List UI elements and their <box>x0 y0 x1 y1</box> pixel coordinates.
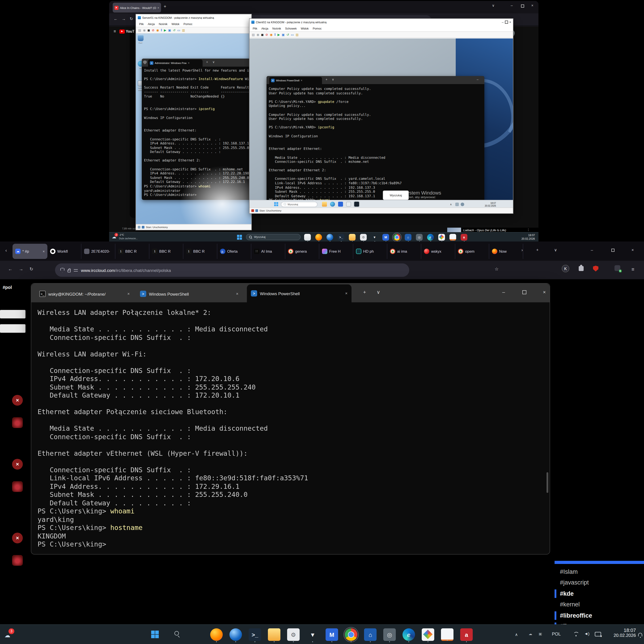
start-button[interactable] <box>237 235 242 240</box>
clipboard-icon[interactable]: ▤ <box>252 33 255 36</box>
menu-item-schowek[interactable]: Schowek <box>285 27 297 30</box>
extension-icon[interactable]: 6 <box>614 265 620 271</box>
terminal-tab-0[interactable]: >_wsky@KINGDOM: ~/Pobrane/× <box>35 285 134 302</box>
display-icon[interactable]: ▭ <box>291 33 294 36</box>
minimize-button[interactable]: – <box>502 289 505 295</box>
start-button[interactable] <box>151 631 159 638</box>
taskbar-app-icon[interactable] <box>346 202 351 207</box>
stop-icon[interactable]: ◼ <box>147 29 150 32</box>
taskbar-white-app-icon[interactable] <box>304 234 311 241</box>
taskbar-powershell-icon[interactable]: >_ <box>249 628 261 641</box>
taskbar-screen-search-icon[interactable]: ◎ <box>383 628 396 641</box>
client02-terminal-tab[interactable]: > Windows PowerShell × <box>269 77 322 84</box>
minimize-button[interactable]: – <box>591 248 593 252</box>
taskbar-screen-search-icon[interactable]: ◎ <box>416 234 423 241</box>
tray-chevron-icon[interactable]: ∧ <box>515 632 518 637</box>
taskbar-edge-icon[interactable] <box>330 202 335 207</box>
server01-terminal-tab[interactable]: > Administrator: Windows Pow × <box>148 59 203 67</box>
new-tab-icon[interactable]: + <box>206 60 208 64</box>
terminal-tab-1[interactable]: >Windows PowerShell× <box>136 285 242 302</box>
new-tab-icon[interactable]: + <box>363 289 366 295</box>
run-icon[interactable]: ▶ <box>278 33 280 36</box>
client02-titlebar[interactable]: Client02 na KINGDOM - połączenie z maszy… <box>250 19 513 25</box>
taskbar-edge-icon[interactable]: e <box>403 628 415 641</box>
browser-tab-now[interactable]: Now <box>489 244 523 259</box>
tab-scroll-left-icon[interactable]: ‹ <box>5 248 7 253</box>
youtube-menu-icon[interactable]: ≡ <box>114 29 116 34</box>
url-text[interactable]: www.irccloud.com/irc/libera.chat/channel… <box>81 268 171 273</box>
checkpoint-icon[interactable]: ▣ <box>168 29 171 32</box>
tray-icon[interactable]: ▣ <box>539 632 542 636</box>
new-tab-button[interactable]: + <box>164 4 166 9</box>
desktop-icon-recycle-bin[interactable]: Rec <box>136 35 146 44</box>
channel-Islam[interactable]: #Islam <box>555 566 644 577</box>
taskbar-photos-icon[interactable] <box>438 234 445 241</box>
url-bar[interactable]: www.irccloud.com/irc/libera.chat/channel… <box>55 263 409 277</box>
taskbar-terminal-icon-active[interactable] <box>354 202 359 207</box>
tab-close-icon[interactable]: × <box>188 62 189 64</box>
browser-tab-free-h[interactable]: Free H <box>319 244 353 259</box>
extensions-puzzle-icon[interactable] <box>579 266 584 271</box>
profile-avatar[interactable]: K <box>562 265 569 272</box>
channel-kde[interactable]: #kde <box>555 588 644 599</box>
wifi-icon[interactable] <box>573 632 579 636</box>
tab-dropdown-icon[interactable]: ∨ <box>377 289 380 295</box>
taskbar-firefox-icon[interactable] <box>315 234 322 241</box>
minimize-button[interactable]: – <box>511 4 513 8</box>
user-avatar-berry[interactable] <box>12 555 23 566</box>
terminal-console[interactable]: Wireless LAN adapter Połączenie lokalne*… <box>38 309 545 551</box>
taskbar-search-icon[interactable] <box>174 631 181 637</box>
taskbar-bank-icon[interactable]: ⌂ <box>405 234 411 241</box>
bookmark-star-icon[interactable]: ☆ <box>495 267 499 271</box>
taskbar-explorer-icon[interactable] <box>349 234 356 241</box>
force-power-icon[interactable]: ◉ <box>156 29 159 32</box>
stop-icon[interactable]: ◼ <box>261 33 264 36</box>
browser-tab-wskyx[interactable]: wskyx <box>421 244 455 259</box>
menu-item-pomoc[interactable]: Pomoc <box>184 22 193 25</box>
browser-tab-oferta[interactable]: p.Oferta <box>217 244 251 259</box>
new-tab-icon[interactable]: + <box>326 78 327 81</box>
tab-dropdown-icon[interactable]: ∨ <box>212 60 215 64</box>
menu-item-plik[interactable]: Plik <box>253 27 257 30</box>
taskbar-settings-icon[interactable]: ⚙ <box>287 628 300 641</box>
run-icon[interactable]: ▶ <box>164 29 166 32</box>
close-button[interactable]: × <box>631 248 634 252</box>
back-icon[interactable]: ← <box>8 267 13 271</box>
tab-close-icon[interactable]: × <box>345 291 347 296</box>
taskbar-bank-icon[interactable]: ⌂ <box>364 628 377 641</box>
taskbar-clock[interactable]: 18:07 20.02.2026 <box>614 627 636 638</box>
browser-tab-opem[interactable]: opem <box>455 244 489 259</box>
force-power-icon[interactable]: ◉ <box>270 33 273 36</box>
browser-tab-genera[interactable]: genera <box>285 244 319 259</box>
display-icon[interactable]: ▭ <box>177 29 180 32</box>
maximize-button[interactable] <box>505 21 508 24</box>
browser-menu-icon[interactable]: ≡ <box>631 267 634 272</box>
browser-tab-workfl[interactable]: Workfl <box>47 244 81 259</box>
browser-tab-ai-ima[interactable]: ∷AI Ima <box>251 244 285 259</box>
terminal-tab-2[interactable]: >Windows PowerShell× <box>247 284 352 302</box>
taskbar-settings-icon[interactable]: ⚙ <box>360 234 367 241</box>
taskbar-media-m-icon[interactable]: M <box>382 234 389 241</box>
youtube-logo[interactable]: YouT <box>120 29 135 33</box>
taskbar-edge-icon[interactable]: e <box>427 234 434 241</box>
channel-libreoffice[interactable]: #libreoffice <box>555 610 644 621</box>
taskbar-chrome-icon[interactable] <box>394 234 400 241</box>
browser-tab-bbc-r[interactable]: 1BBC R <box>149 244 183 259</box>
pause-icon[interactable]: ‖ <box>161 29 162 32</box>
weather-desc[interactable]: Duże zachmurze... <box>119 237 138 240</box>
taskbar-search[interactable]: Wyszukaj <box>246 234 301 240</box>
menu-item-widok[interactable]: Widok <box>301 27 309 30</box>
taskbar-media-m-icon[interactable]: M <box>326 628 338 641</box>
user-avatar-x[interactable]: × <box>12 533 23 543</box>
client02-console[interactable]: Computer Policy update has completed suc… <box>269 87 483 200</box>
browser-tab--p[interactable]: ☁* #p× <box>13 244 47 259</box>
taskbar-amd-adrenalin-icon[interactable]: a <box>461 234 467 241</box>
channel-javascript[interactable]: #javascript <box>555 577 644 588</box>
maximize-button[interactable] <box>522 290 526 294</box>
back-icon[interactable]: ← <box>114 17 118 21</box>
tab-close-icon[interactable]: × <box>236 292 238 296</box>
reload-icon[interactable]: ↻ <box>130 17 133 21</box>
permissions-icon[interactable] <box>74 268 78 272</box>
server01-console[interactable]: Install the latest PowerShell for new fe… <box>144 68 251 197</box>
tracking-shield-icon[interactable] <box>60 268 64 273</box>
